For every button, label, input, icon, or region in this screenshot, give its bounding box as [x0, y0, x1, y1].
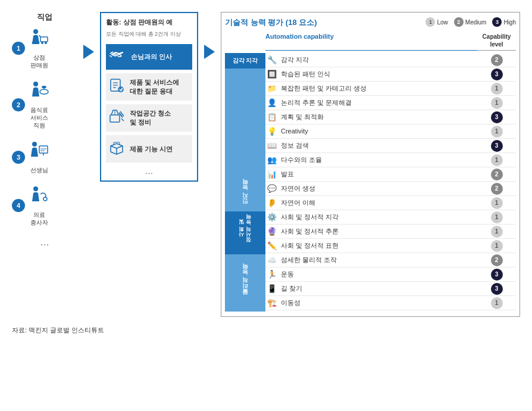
skill-social-expression: ✏️ 사회 및 정서적 표현 1 — [265, 239, 516, 253]
activity-label-4: 제품 기능 시연 — [130, 145, 173, 154]
level-badge-3b: 3 — [491, 111, 503, 123]
skill-name-mobility: 이동성 — [278, 297, 477, 309]
cap-header: 기술적 능력 평가 (18 요소) 1 Low 2 Medium 3 High — [225, 17, 516, 28]
skill-nlg: 💬 자연어 생성 2 — [265, 182, 516, 196]
box-icon — [108, 139, 125, 159]
activity-item-2: 제품 및 서비스에대한 질문 응대 — [106, 73, 192, 101]
legend-circle-high: 3 — [492, 17, 502, 27]
skill-level-nlg: 2 — [477, 183, 516, 195]
main-container: 직업 1 상점판매원 — [12, 12, 520, 317]
col-automation-header: Automation capability — [265, 33, 477, 51]
job-item-3: 3 선생님 — [12, 140, 77, 174]
cat-cognitive-label: 인지 능력 — [241, 68, 249, 211]
mobility-icon: 🏗️ — [265, 298, 278, 307]
svg-point-0 — [33, 29, 38, 34]
skill-name-creativity: Creativity — [278, 125, 477, 137]
legend-high: 3 High — [492, 17, 516, 27]
activity-item-3: 작업공간 청소및 정비 — [106, 104, 192, 132]
skill-logical-reasoning: 👤 논리적 추론 및 문제해결 1 — [265, 96, 516, 110]
activities-dots: … — [106, 166, 192, 176]
svg-rect-12 — [39, 146, 48, 153]
level-badge-1d: 1 — [491, 154, 503, 166]
legend-circle-low: 1 — [425, 17, 435, 27]
legend-label-medium: Medium — [465, 19, 487, 26]
svg-point-7 — [33, 82, 38, 86]
job-info-3: 선생님 — [29, 140, 49, 174]
arrow-2-icon — [204, 45, 215, 59]
svg-point-8 — [40, 89, 48, 94]
level-badge-1i: 1 — [491, 297, 503, 309]
skill-level-complex-pattern: 1 — [477, 83, 516, 95]
cap-body: 감각 지각 인지 능력 사회 및정서적 능력 물리적 능력 — [225, 53, 516, 312]
job-item-2: 2 음식료서비스직원 — [12, 80, 77, 129]
planning-icon: 📋 — [265, 113, 278, 122]
handshake-icon — [108, 48, 126, 66]
skill-level-social-reasoning: 1 — [477, 226, 516, 238]
skill-name-pattern: 학습된 패턴 인식 — [278, 68, 477, 80]
level-badge-2a: 2 — [491, 169, 503, 180]
folder-icon: 📁 — [265, 84, 278, 93]
skill-navigation: 📱 길 찾기 3 — [265, 282, 516, 296]
source-text: 자료: 맥킨지 글로벌 인스티튜트 — [12, 326, 520, 335]
skill-name-logic: 논리적 추론 및 문제해결 — [278, 96, 477, 108]
skill-level-nlu: 1 — [477, 197, 516, 209]
level-badge-1b: 1 — [491, 97, 503, 109]
job-label-4: 의료종사자 — [30, 211, 48, 226]
skill-level-logic: 1 — [477, 97, 516, 109]
cat-sensory: 감각 지각 — [225, 53, 265, 68]
skill-name-nlu: 자연어 이해 — [278, 197, 477, 208]
job-info-1: 상점판매원 — [29, 27, 49, 69]
cleaning-icon — [108, 108, 125, 128]
creativity-icon: 💡 — [265, 127, 278, 136]
speech-icon: 💬 — [265, 184, 278, 193]
activity-label-3: 작업공간 청소및 정비 — [130, 109, 171, 127]
skill-mobility: 🏗️ 이동성 1 — [265, 296, 516, 310]
level-badge-3c: 3 — [491, 140, 503, 152]
cat-social: 사회 및정서적 능력 — [225, 211, 265, 254]
search-book-icon: 📖 — [265, 141, 278, 150]
col-headers: Automation capability Capabilitylevel — [225, 33, 516, 51]
arrow-2-container — [204, 45, 215, 59]
skill-creativity: 💡 Creativity 1 — [265, 124, 516, 139]
skill-name-complex-pattern: 복잡한 패턴 및 카테고리 생성 — [278, 82, 477, 94]
activities-panel: 활동: 상점 판매원의 예 모든 직업에 대해 총 2건개 이상 손님과의 인사 — [100, 12, 198, 182]
svg-rect-3 — [40, 37, 48, 42]
skill-name-coordination: 다수와의 조율 — [278, 154, 477, 166]
svg-point-5 — [41, 42, 43, 44]
qa-icon — [108, 77, 125, 97]
skill-level-navigation: 3 — [477, 283, 516, 295]
navigation-icon: 📱 — [265, 284, 278, 293]
job-label-3: 선생님 — [30, 166, 48, 174]
skill-name-social-perception: 사회 및 정서적 지각 — [278, 211, 477, 223]
teacher-icon — [29, 140, 49, 164]
level-badge-1h: 1 — [491, 240, 503, 252]
job-label-1: 상점판매원 — [30, 54, 48, 69]
skills-column: 🔧 감각 지각 2 🔲 학습된 패턴 인식 3 📁 복잡한 패턴 — [265, 53, 516, 312]
skill-pattern-recognition: 🔲 학습된 패턴 인식 3 — [265, 67, 516, 82]
store-clerk-icon — [29, 27, 49, 52]
activity-item-4: 제품 기능 시연 — [106, 135, 192, 163]
people-icon: 👥 — [265, 155, 278, 164]
level-badge-3a: 3 — [491, 68, 503, 80]
skill-name-navigation: 길 찾기 — [278, 282, 477, 294]
capability-panel: 기술적 능력 평가 (18 요소) 1 Low 2 Medium 3 High … — [221, 12, 520, 317]
skill-presentation: 📊 발표 2 — [265, 167, 516, 182]
cap-title: 기술적 능력 평가 (18 요소) — [225, 17, 317, 28]
skill-level-presentation: 2 — [477, 169, 516, 180]
cat-cognitive: 인지 능력 — [225, 68, 265, 211]
svg-point-22 — [118, 86, 124, 92]
fine-motor-icon: ☁️ — [265, 256, 278, 264]
job-number-3: 3 — [12, 151, 25, 164]
job-number-2: 2 — [12, 98, 25, 111]
job-item-1: 1 상점판매원 — [12, 27, 77, 69]
skill-nlu: 👂 자연어 이해 1 — [265, 196, 516, 210]
activity-item-1: 손님과의 인사 — [106, 44, 192, 70]
cat-physical-label: 물리적 능력 — [240, 264, 251, 302]
skill-name-social-expression: 사회 및 정서적 표현 — [278, 239, 477, 251]
skill-social-perception: ⚙️ 사회 및 정서적 지각 1 — [265, 210, 516, 225]
skill-planning: 📋 계획 및 최적화 3 — [265, 110, 516, 124]
activity-label-2: 제품 및 서비스에대한 질문 응대 — [130, 78, 179, 96]
skill-level-pattern: 3 — [477, 68, 516, 80]
skill-level-locomotion: 3 — [477, 269, 516, 281]
skill-level-social-expression: 1 — [477, 240, 516, 252]
